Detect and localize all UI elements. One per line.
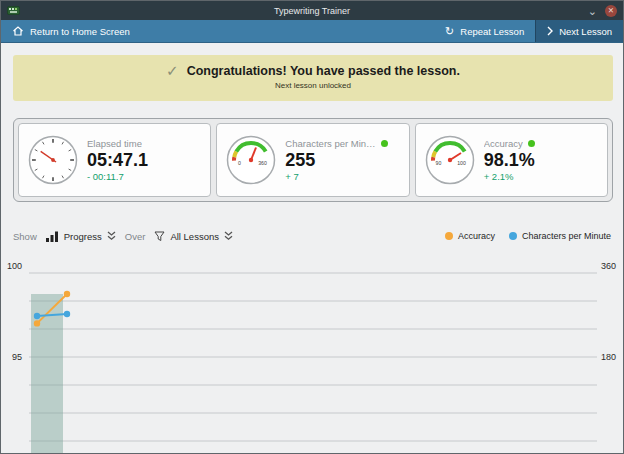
cpm-legend-label: Characters per Minute	[522, 231, 611, 241]
stats-panel: Elapsed time 05:47.1 - 00:11.7 0 360	[13, 118, 613, 202]
cpm-card: 0 360 Characters per Min… 255 + 7	[216, 123, 409, 197]
gauge-min-label: 90	[435, 160, 441, 166]
data-point	[34, 320, 40, 326]
gauge-min-label: 0	[238, 160, 241, 166]
card-change: + 7	[285, 171, 387, 182]
elapsed-time-card: Elapsed time 05:47.1 - 00:11.7	[18, 123, 211, 197]
close-icon[interactable]: ✕	[605, 5, 617, 17]
card-label: Accuracy	[484, 138, 523, 149]
card-change: + 2.1%	[484, 171, 535, 182]
accuracy-legend-dot	[445, 232, 453, 240]
checkmark-icon: ✓	[166, 63, 179, 78]
left-axis-tick-label: 100	[7, 261, 22, 271]
card-label: Characters per Min…	[285, 138, 375, 149]
return-home-button[interactable]: Return to Home Screen	[1, 20, 141, 42]
progress-selector-label: Progress	[64, 231, 102, 242]
banner-subtitle: Next lesson unlocked	[13, 81, 613, 90]
card-change: - 00:11.7	[87, 171, 148, 182]
over-label: Over	[125, 231, 146, 242]
show-label: Show	[13, 231, 37, 242]
lessons-selector-label: All Lessons	[170, 231, 219, 242]
refresh-icon: ↻	[445, 26, 454, 37]
accuracy-legend-label: Accuracy	[458, 231, 495, 241]
gauge-max-label: 100	[457, 160, 466, 166]
banner-title: Congratulations! You have passed the les…	[187, 64, 460, 78]
speed-gauge-icon: 0 360	[225, 134, 277, 186]
clock-icon	[27, 134, 79, 186]
accuracy-gauge-icon: 90 100	[424, 134, 476, 186]
chevron-down-icon[interactable]: ⌄	[588, 6, 597, 16]
chart-legend: Accuracy Characters per Minute	[445, 231, 611, 241]
gauge-max-label: 360	[259, 160, 268, 166]
card-label: Elapsed time	[87, 138, 142, 149]
toolbar: Return to Home Screen ↻ Repeat Lesson Ne…	[1, 20, 623, 43]
trend-up-dot	[528, 140, 535, 147]
card-value: 255	[285, 150, 387, 171]
double-chevron-down-icon	[224, 231, 233, 241]
progress-chart: 10095360180	[1, 251, 624, 454]
lessons-selector[interactable]: All Lessons	[154, 231, 233, 242]
progress-selector[interactable]: Progress	[46, 231, 116, 242]
data-point	[64, 291, 70, 297]
cpm-legend-dot	[509, 232, 517, 240]
filter-funnel-icon	[154, 231, 165, 242]
chart-controls: Show Progress Over All Lessons	[13, 228, 611, 244]
repeat-lesson-label: Repeat Lesson	[460, 26, 524, 37]
trend-up-dot	[381, 140, 388, 147]
progress-chart-canvas: 10095360180	[1, 251, 624, 454]
window-title: Typewriting Trainer	[1, 6, 623, 16]
chevron-right-icon	[547, 26, 553, 36]
data-point	[34, 313, 40, 319]
left-axis-tick-label: 95	[12, 352, 22, 362]
right-axis-tick-label: 180	[601, 352, 616, 362]
app-window: Typewriting Trainer ⌄ ✕ Return to Home S…	[0, 0, 624, 454]
card-value: 98.1%	[484, 150, 535, 171]
next-lesson-label: Next Lesson	[559, 26, 612, 37]
right-axis-tick-label: 360	[601, 261, 616, 271]
home-icon	[12, 25, 24, 37]
congrats-banner: ✓ Congratulations! You have passed the l…	[13, 55, 613, 101]
next-lesson-button[interactable]: Next Lesson	[535, 20, 623, 42]
accuracy-card: 90 100 Accuracy 98.1% + 2.1%	[415, 123, 608, 197]
return-home-label: Return to Home Screen	[30, 26, 130, 37]
repeat-lesson-button[interactable]: ↻ Repeat Lesson	[434, 20, 535, 42]
legend-item-accuracy: Accuracy	[445, 231, 495, 241]
data-point	[64, 311, 70, 317]
bar-chart-icon	[46, 231, 59, 242]
legend-item-cpm: Characters per Minute	[509, 231, 611, 241]
double-chevron-down-icon	[107, 231, 116, 241]
titlebar[interactable]: Typewriting Trainer ⌄ ✕	[1, 1, 623, 20]
card-value: 05:47.1	[87, 150, 148, 171]
app-icon	[7, 4, 20, 17]
